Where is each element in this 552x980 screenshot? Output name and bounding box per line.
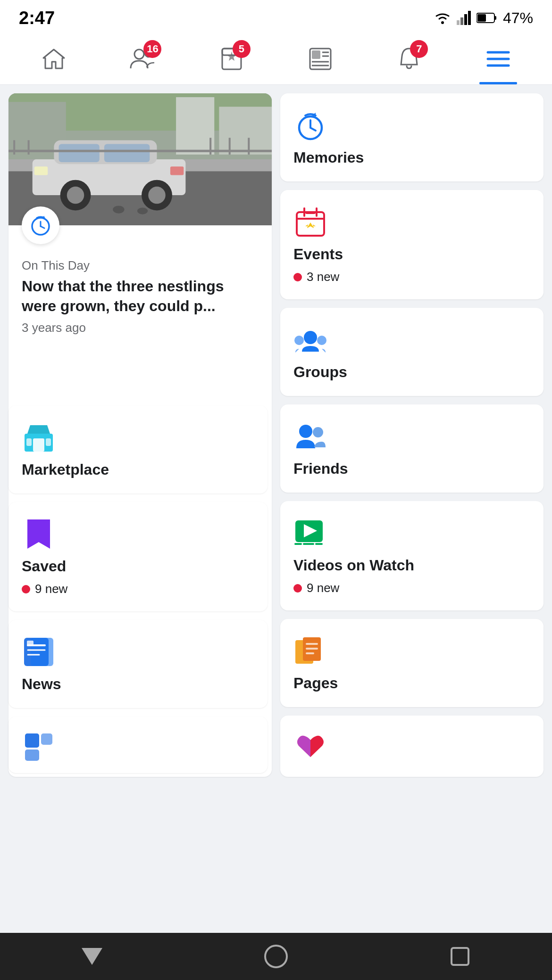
svg-rect-84 — [25, 749, 39, 761]
svg-rect-3 — [464, 14, 467, 25]
svg-point-58 — [304, 331, 317, 344]
svg-rect-7 — [477, 14, 486, 22]
watch-icon-wrap — [293, 516, 327, 550]
events-badge-text: 3 new — [307, 270, 339, 284]
svg-rect-42 — [28, 140, 30, 154]
battery-percentage: 47% — [503, 9, 533, 27]
svg-marker-57 — [305, 222, 316, 228]
on-this-day-title: Now that the three nestlings were grown,… — [22, 277, 259, 316]
svg-point-37 — [148, 187, 166, 204]
pages-icon-wrap — [293, 634, 327, 668]
nav-menu[interactable] — [479, 40, 517, 78]
events-badge: 3 new — [293, 270, 339, 284]
memories-icon — [295, 110, 326, 141]
news-icon — [22, 636, 55, 668]
watch-icon — [294, 519, 326, 547]
saved-card[interactable]: Saved 9 new — [8, 502, 268, 611]
marketplace-card[interactable]: Marketplace — [8, 405, 268, 494]
on-this-day-body: On This Day Now that the three nestlings… — [8, 225, 272, 348]
svg-rect-23 — [176, 97, 214, 155]
nav-bar: 16 5 7 — [0, 33, 552, 85]
saved-icon-wrap — [22, 517, 56, 551]
dating-icon — [295, 732, 326, 761]
saved-red-dot — [22, 585, 30, 593]
svg-rect-40 — [8, 150, 272, 152]
groups-icon — [294, 324, 326, 355]
news-icon-wrap — [22, 635, 56, 669]
svg-rect-4 — [468, 11, 471, 25]
notifications-badge: 7 — [410, 40, 428, 58]
svg-rect-31 — [104, 144, 150, 163]
watch-card[interactable]: Videos on Watch 9 new — [280, 501, 544, 610]
svg-rect-2 — [460, 17, 463, 25]
friends-menu-label: Friends — [293, 460, 348, 478]
svg-point-35 — [67, 187, 84, 204]
events-red-dot — [293, 273, 302, 281]
svg-rect-75 — [26, 438, 32, 446]
svg-point-0 — [441, 21, 444, 24]
svg-rect-45 — [248, 138, 250, 155]
menu-icon — [486, 49, 510, 69]
nav-friends[interactable]: 16 — [124, 40, 161, 78]
nav-notifications[interactable]: 7 — [390, 40, 428, 78]
events-card[interactable]: Events 3 new — [280, 190, 544, 299]
friends-icon-wrap — [293, 420, 327, 453]
friends-badge: 16 — [143, 40, 161, 58]
nav-newsfeed[interactable] — [301, 40, 339, 78]
svg-point-61 — [299, 425, 312, 438]
status-bar: 2:47 47% — [0, 0, 552, 33]
svg-point-62 — [313, 427, 323, 437]
marketplace-icon-wrap — [22, 420, 56, 454]
partial-icon-wrap — [22, 732, 56, 763]
partial-card[interactable] — [8, 716, 268, 773]
signal-icon — [457, 11, 471, 25]
svg-point-39 — [137, 207, 148, 214]
nav-bookmarks[interactable]: 5 — [213, 40, 251, 78]
watch-label: Videos on Watch — [293, 557, 414, 574]
home-android-icon — [264, 945, 288, 968]
news-label: News — [22, 675, 61, 693]
memories-card[interactable]: Memories — [280, 93, 544, 181]
svg-rect-56 — [305, 211, 316, 214]
saved-icon — [25, 518, 52, 551]
svg-rect-76 — [46, 438, 51, 446]
svg-rect-82 — [27, 641, 33, 646]
recents-icon — [451, 947, 469, 966]
watch-badge-text: 9 new — [307, 581, 339, 595]
pages-card[interactable]: Pages — [280, 619, 544, 707]
svg-rect-78 — [31, 638, 53, 666]
svg-rect-24 — [219, 107, 272, 154]
svg-rect-85 — [41, 733, 52, 745]
saved-badge-text: 9 new — [35, 582, 67, 596]
nav-home[interactable] — [35, 40, 73, 78]
events-icon-wrap — [293, 205, 327, 239]
battery-icon — [477, 12, 497, 24]
groups-card[interactable]: Groups — [280, 308, 544, 396]
svg-rect-13 — [312, 50, 320, 59]
news-card[interactable]: News — [8, 620, 268, 708]
memories-icon-wrap — [293, 108, 327, 142]
on-this-day-icon — [22, 206, 59, 244]
events-icon — [295, 206, 326, 238]
svg-point-60 — [317, 336, 326, 345]
marketplace-icon — [23, 421, 55, 453]
partial-icon — [23, 732, 54, 763]
status-icons: 47% — [434, 9, 533, 27]
home-button[interactable] — [259, 940, 293, 973]
memories-label: Memories — [293, 149, 364, 166]
back-button[interactable] — [75, 940, 109, 973]
bookmarks-badge: 5 — [233, 40, 251, 58]
svg-rect-43 — [209, 138, 211, 155]
svg-rect-41 — [13, 140, 15, 154]
on-this-day-photo — [8, 93, 272, 225]
svg-rect-44 — [229, 138, 231, 155]
dating-card[interactable] — [280, 716, 544, 777]
friends-card-icon — [294, 421, 326, 452]
dating-icon-wrap — [293, 731, 327, 762]
svg-rect-83 — [25, 733, 39, 748]
svg-rect-30 — [59, 144, 100, 163]
watch-red-dot — [293, 584, 302, 593]
back-icon — [82, 948, 102, 965]
recents-button[interactable] — [443, 940, 477, 973]
friends-card[interactable]: Friends — [280, 404, 544, 493]
